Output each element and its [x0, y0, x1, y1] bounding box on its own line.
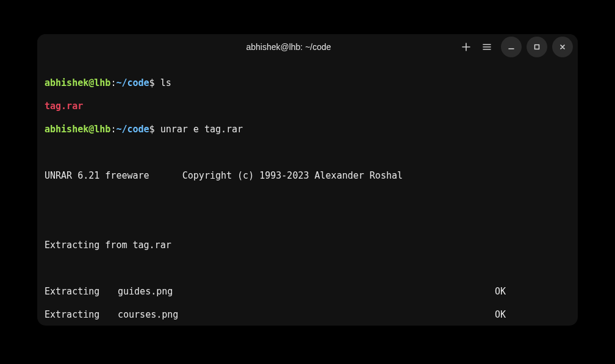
archive-file: tag.rar [45, 101, 83, 112]
prompt-tilde: ~/ [116, 77, 127, 88]
hamburger-icon [482, 42, 492, 52]
close-button[interactable] [552, 37, 573, 57]
extract-ok: OK [495, 286, 506, 298]
prompt-user: abhishek [45, 77, 88, 88]
plus-icon [461, 42, 471, 52]
prompt-path: code [127, 124, 149, 135]
unrar-banner: UNRAR 6.21 freeware Copyright (c) 1993-2… [45, 170, 570, 182]
prompt-at: @ [88, 124, 94, 135]
maximize-icon [533, 43, 541, 51]
prompt-tilde: ~/ [116, 124, 127, 135]
prompt-host: lhb [94, 77, 110, 88]
minimize-icon [508, 43, 515, 51]
prompt-at: @ [88, 77, 94, 88]
prompt-path: code [127, 77, 149, 88]
output-line: tag.rar [45, 101, 570, 112]
extracting-from: Extracting from tag.rar [45, 240, 570, 251]
extract-label: Extracting [45, 286, 118, 298]
window-buttons [501, 37, 573, 57]
close-icon [559, 43, 566, 51]
terminal-window: abhishek@lhb: ~/code [37, 34, 578, 326]
blank-line [45, 193, 570, 205]
prompt-dollar: $ [149, 77, 160, 88]
maximize-button[interactable] [527, 37, 547, 57]
titlebar-controls [459, 37, 573, 57]
new-tab-button[interactable] [459, 40, 473, 54]
command-text: ls [160, 77, 171, 88]
extract-file: guides.png [118, 286, 495, 298]
extract-file: courses.png [118, 309, 495, 321]
prompt-line: abhishek@lhb:~/code$ unrar e tag.rar [45, 124, 570, 135]
extract-line: Extracting courses.pngOK [45, 309, 570, 321]
blank-line [45, 263, 570, 274]
extract-line: Extracting guides.pngOK [45, 286, 570, 298]
svg-rect-0 [535, 45, 539, 49]
minimize-button[interactable] [501, 37, 522, 57]
extract-ok: OK [495, 309, 506, 321]
command-text: unrar e tag.rar [160, 124, 243, 135]
extract-label: Extracting [45, 309, 118, 321]
prompt-host: lhb [94, 124, 110, 135]
titlebar: abhishek@lhb: ~/code [37, 34, 578, 60]
prompt-dollar: $ [149, 124, 160, 135]
prompt-line: abhishek@lhb:~/code$ ls [45, 77, 570, 89]
blank-line [45, 147, 570, 159]
prompt-user: abhishek [45, 124, 88, 135]
terminal-content[interactable]: abhishek@lhb:~/code$ ls tag.rar abhishek… [37, 60, 578, 326]
blank-line [45, 216, 570, 228]
window-title: abhishek@lhb: ~/code [118, 42, 459, 52]
menu-button[interactable] [480, 40, 494, 54]
